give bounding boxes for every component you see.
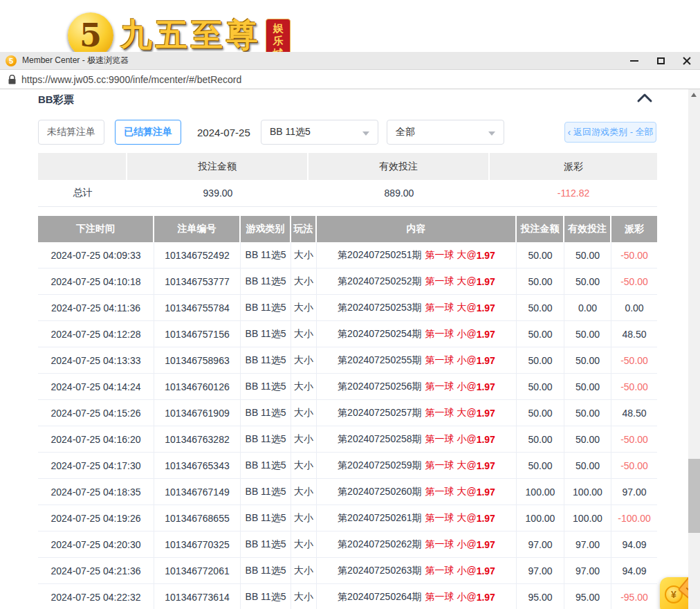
pick-text: 第一球 大@ xyxy=(425,249,477,262)
bet-amount-cell: 50.00 xyxy=(517,269,564,294)
bet-amount-cell: 50.00 xyxy=(517,453,564,478)
valid-bet-cell: 50.00 xyxy=(564,426,611,452)
nav-online-deposit[interactable]: 线上存款 xyxy=(539,33,578,45)
bet-time-cell: 2024-07-25 04:20:30 xyxy=(38,531,154,557)
back-to-game-category-button[interactable]: ‹ 返回游戏类别 - 全部 xyxy=(564,122,656,143)
table-row: 2024-07-25 04:19:26 101346768655 BB 11选5… xyxy=(38,505,657,531)
odds-text: 1.97 xyxy=(477,513,495,524)
table-row: 2024-07-25 04:11:36 101346755784 BB 11选5… xyxy=(38,295,657,321)
odds-text: 1.97 xyxy=(477,381,495,392)
back-button-label: 返回游戏类别 - 全部 xyxy=(573,126,654,138)
type-select-value: 全部 xyxy=(396,126,415,138)
table-row: 2024-07-25 04:12:28 101346757156 BB 11选5… xyxy=(38,321,657,347)
bet-amount-cell: 50.00 xyxy=(517,400,564,426)
period-text: 第202407250251期 xyxy=(338,249,421,262)
nav-separator: | xyxy=(530,34,532,44)
order-no-cell: 101346752492 xyxy=(154,242,241,268)
casino-logo[interactable]: 5 九五至尊 娱 乐 城 xyxy=(68,2,291,52)
col-content: 内容 xyxy=(317,216,517,242)
bet-amount-cell: 97.00 xyxy=(517,531,564,557)
bet-amount-cell: 50.00 xyxy=(517,426,564,452)
play-type-cell: 大小 xyxy=(291,400,317,426)
logo-badge-ribbon: 娱 乐 城 xyxy=(266,19,291,52)
content-cell: 第202407250260期 第一球 大@ 1.97 xyxy=(317,479,517,505)
payout-cell: 94.09 xyxy=(611,558,657,583)
play-type-cell: 大小 xyxy=(291,505,317,531)
content-cell: 第202407250262期 第一球 小@ 1.97 xyxy=(317,531,517,557)
order-no-cell: 101346767149 xyxy=(154,479,241,505)
nav-one-click-transfer[interactable]: 一键归户 xyxy=(649,33,688,45)
nav-member-center[interactable]: 会员中心 xyxy=(484,33,523,45)
odds-text: 1.97 xyxy=(477,276,495,287)
odds-text: 1.97 xyxy=(477,355,495,366)
bet-amount-cell: 50.00 xyxy=(517,347,564,373)
valid-bet-cell: 97.00 xyxy=(564,558,611,583)
summary-valid-bet: 889.00 xyxy=(308,180,490,206)
period-text: 第202407250262期 xyxy=(338,538,421,551)
section-title: BB彩票 xyxy=(38,93,74,107)
period-text: 第202407250263期 xyxy=(338,565,421,577)
close-button[interactable] xyxy=(674,52,700,70)
summary-header-payout: 派彩 xyxy=(490,153,657,180)
order-no-cell: 101346758963 xyxy=(154,347,241,373)
game-category-cell: BB 11选5 xyxy=(241,269,291,294)
browser-titlebar[interactable]: 5 Member Center - 极速浏览器 xyxy=(0,52,700,70)
pick-text: 第一球 大@ xyxy=(425,512,477,525)
chevron-down-icon xyxy=(488,131,495,136)
play-type-cell: 大小 xyxy=(291,584,317,609)
order-no-cell: 101346760126 xyxy=(154,374,241,399)
game-category-cell: BB 11选5 xyxy=(241,558,291,583)
summary-total-row: 总计 939.00 889.00 -112.82 xyxy=(38,180,657,207)
scrollbar-thumb[interactable] xyxy=(688,459,700,533)
url-bar[interactable]: https://www.jw05.cc:9900/infe/mcenter/#/… xyxy=(0,70,700,89)
window-controls xyxy=(621,52,700,70)
collapse-section-button[interactable] xyxy=(636,92,653,106)
payout-cell: 94.09 xyxy=(611,531,657,557)
col-valid-bet: 有效投注 xyxy=(564,216,611,242)
unsettled-bets-button[interactable]: 未结算注单 xyxy=(38,120,104,145)
minimize-button[interactable] xyxy=(621,52,647,70)
game-category-cell: BB 11选5 xyxy=(241,295,291,320)
type-select[interactable]: 全部 xyxy=(387,120,504,145)
game-select[interactable]: BB 11选5 xyxy=(261,120,378,145)
maximize-button[interactable] xyxy=(647,52,674,70)
bet-table: 下注时间 注单编号 游戏类别 玩法 内容 投注金额 有效投注 派彩 2024-0… xyxy=(38,216,657,609)
window-title: Member Center - 极速浏览器 xyxy=(22,55,129,66)
content-cell: 第202407250258期 第一球 小@ 1.97 xyxy=(317,426,517,452)
summary-bet-amount: 939.00 xyxy=(127,180,308,206)
col-payout: 派彩 xyxy=(611,216,657,242)
nav-online-withdraw[interactable]: 线上取款 xyxy=(594,33,633,45)
date-filter[interactable]: 2024-07-25 xyxy=(197,120,250,145)
payout-cell: 48.50 xyxy=(611,321,657,347)
lock-icon[interactable] xyxy=(8,75,16,84)
valid-bet-cell: 50.00 xyxy=(564,374,611,399)
period-text: 第202407250259期 xyxy=(338,460,421,472)
table-row: 2024-07-25 04:09:33 101346752492 BB 11选5… xyxy=(38,242,657,269)
payout-cell: 48.50 xyxy=(611,400,657,426)
settled-bets-button[interactable]: 已结算注单 xyxy=(115,120,181,145)
bet-table-body: 2024-07-25 04:09:33 101346752492 BB 11选5… xyxy=(38,242,657,609)
bet-record-page: BB彩票 未结算注单 已结算注单 2024-07-25 BB 11选5 全部 ‹… xyxy=(0,89,700,609)
play-type-cell: 大小 xyxy=(291,295,317,320)
table-row: 2024-07-25 04:14:24 101346760126 BB 11选5… xyxy=(38,374,657,400)
pick-text: 第一球 大@ xyxy=(425,407,477,419)
pick-text: 第一球 小@ xyxy=(425,328,477,340)
scroll-up-icon[interactable] xyxy=(691,93,697,97)
summary-header-valid-bet: 有效投注 xyxy=(308,153,490,180)
bet-time-cell: 2024-07-25 04:15:26 xyxy=(38,400,154,426)
period-text: 第202407250264期 xyxy=(338,591,421,603)
content-cell: 第202407250256期 第一球 小@ 1.97 xyxy=(317,374,517,399)
table-row: 2024-07-25 04:17:30 101346765343 BB 11选5… xyxy=(38,453,657,479)
vertical-scrollbar[interactable] xyxy=(688,89,700,609)
period-text: 第202407250256期 xyxy=(338,381,421,393)
period-text: 第202407250258期 xyxy=(338,433,421,446)
content-cell: 第202407250263期 第一球 小@ 1.97 xyxy=(317,558,517,583)
game-category-cell: BB 11选5 xyxy=(241,584,291,609)
valid-bet-cell: 50.00 xyxy=(564,347,611,373)
valid-bet-cell: 0.00 xyxy=(564,295,611,320)
summary-table: 投注金额 有效投注 派彩 总计 939.00 889.00 -112.82 xyxy=(38,153,657,207)
order-no-cell: 101346770325 xyxy=(154,531,241,557)
pick-text: 第一球 小@ xyxy=(425,381,477,393)
bet-time-cell: 2024-07-25 04:22:32 xyxy=(38,584,154,609)
game-category-cell: BB 11选5 xyxy=(241,347,291,373)
